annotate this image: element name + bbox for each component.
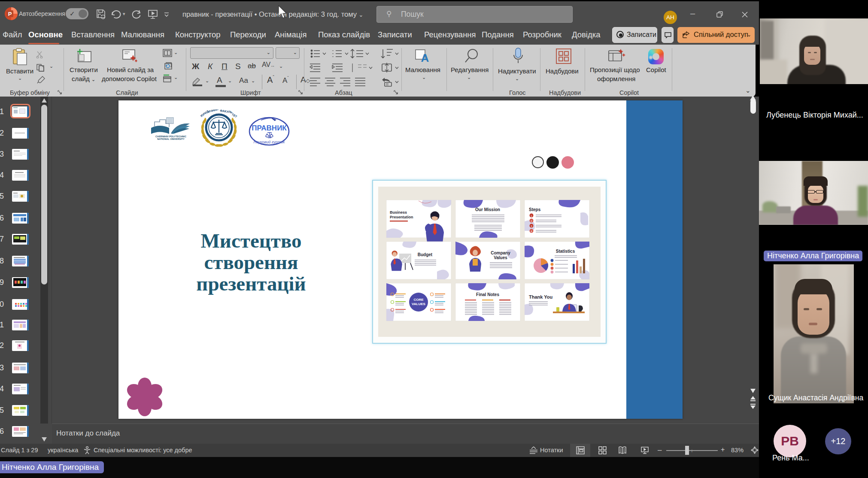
svg-text:Business: Business: [390, 210, 407, 215]
svg-text:Budget: Budget: [418, 252, 433, 257]
svg-text:Presentation: Presentation: [390, 215, 413, 219]
svg-text:ИЧНИЙ: ИЧНИЙ: [207, 109, 219, 113]
svg-text:Steps: Steps: [529, 207, 541, 212]
svg-text:Our Mission: Our Mission: [475, 207, 500, 212]
svg-text:Final Notes: Final Notes: [476, 292, 499, 297]
svg-text:Науковий гурток: Науковий гурток: [254, 140, 285, 144]
svg-text:Thank You: Thank You: [529, 294, 552, 300]
svg-text:Company: Company: [491, 251, 510, 255]
svg-text:P: P: [8, 11, 12, 17]
svg-text:NATIONAL UNIVERSITY: NATIONAL UNIVERSITY: [157, 138, 185, 140]
svg-text:Statistics: Statistics: [556, 249, 575, 254]
svg-text:ПРАВНИК: ПРАВНИК: [252, 124, 287, 132]
svg-text:ТЕТ: ТЕТ: [231, 113, 238, 118]
svg-text:Values: Values: [494, 255, 507, 260]
svg-text:ФАКУЛЬ: ФАКУЛЬ: [220, 109, 233, 114]
svg-text:VALUES: VALUES: [412, 302, 426, 306]
svg-text:CORE: CORE: [413, 298, 424, 302]
svg-text:A: A: [421, 51, 429, 64]
